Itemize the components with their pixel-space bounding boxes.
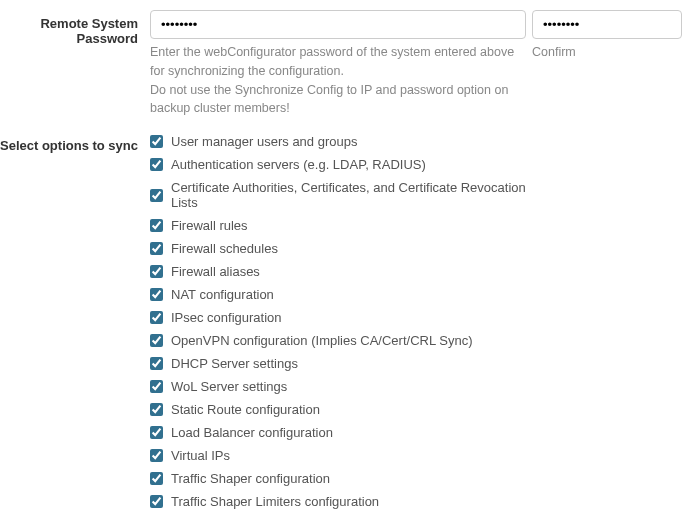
sync-option-row: OpenVPN configuration (Implies CA/Cert/C… — [150, 331, 526, 350]
sync-option-label: User manager users and groups — [171, 134, 357, 149]
sync-option-label: Load Balancer configuration — [171, 425, 333, 440]
sync-option-checkbox[interactable] — [150, 472, 163, 485]
sync-option-checkbox[interactable] — [150, 219, 163, 232]
sync-option-label: Virtual IPs — [171, 448, 230, 463]
sync-option-checkbox[interactable] — [150, 311, 163, 324]
sync-option-row: DHCP Server settings — [150, 354, 526, 373]
sync-option-label: Firewall schedules — [171, 241, 278, 256]
password-help-1: Enter the webConfigurator password of th… — [150, 43, 526, 81]
sync-option-checkbox[interactable] — [150, 135, 163, 148]
sync-option-label: Authentication servers (e.g. LDAP, RADIU… — [171, 157, 426, 172]
sync-option-row: IPsec configuration — [150, 308, 526, 327]
sync-option-row: Firewall schedules — [150, 239, 526, 258]
sync-option-label: Static Route configuration — [171, 402, 320, 417]
sync-option-checkbox[interactable] — [150, 158, 163, 171]
sync-option-checkbox[interactable] — [150, 426, 163, 439]
sync-option-row: Certificate Authorities, Certificates, a… — [150, 178, 526, 212]
password-label: Remote System Password — [0, 10, 150, 46]
sync-option-row: Authentication servers (e.g. LDAP, RADIU… — [150, 155, 526, 174]
sync-option-checkbox[interactable] — [150, 334, 163, 347]
confirm-password-input[interactable] — [532, 10, 682, 39]
sync-option-row: Firewall rules — [150, 216, 526, 235]
confirm-label: Confirm — [532, 43, 682, 62]
sync-option-label: WoL Server settings — [171, 379, 287, 394]
sync-option-checkbox[interactable] — [150, 288, 163, 301]
sync-option-row: Virtual IPs — [150, 446, 526, 465]
sync-option-label: Firewall aliases — [171, 264, 260, 279]
sync-option-row: Traffic Shaper Limiters configuration — [150, 492, 526, 511]
sync-option-row: NAT configuration — [150, 285, 526, 304]
sync-option-row: Static Route configuration — [150, 400, 526, 419]
remote-password-input[interactable] — [150, 10, 526, 39]
sync-option-label: Firewall rules — [171, 218, 248, 233]
sync-option-label: NAT configuration — [171, 287, 274, 302]
sync-option-label: Traffic Shaper Limiters configuration — [171, 494, 379, 509]
sync-option-row: WoL Server settings — [150, 377, 526, 396]
sync-option-checkbox[interactable] — [150, 189, 163, 202]
sync-option-row: User manager users and groups — [150, 132, 526, 151]
sync-option-row: Firewall aliases — [150, 262, 526, 281]
sync-option-checkbox[interactable] — [150, 449, 163, 462]
sync-option-checkbox[interactable] — [150, 357, 163, 370]
sync-option-row: Traffic Shaper configuration — [150, 469, 526, 488]
sync-option-checkbox[interactable] — [150, 242, 163, 255]
sync-option-label: OpenVPN configuration (Implies CA/Cert/C… — [171, 333, 473, 348]
sync-option-label: DHCP Server settings — [171, 356, 298, 371]
sync-option-checkbox[interactable] — [150, 403, 163, 416]
sync-option-label: Certificate Authorities, Certificates, a… — [171, 180, 526, 210]
sync-option-checkbox[interactable] — [150, 495, 163, 508]
sync-options-label: Select options to sync — [0, 132, 150, 153]
sync-option-checkbox[interactable] — [150, 265, 163, 278]
sync-option-checkbox[interactable] — [150, 380, 163, 393]
password-help-2: Do not use the Synchronize Config to IP … — [150, 81, 526, 119]
sync-option-row: Load Balancer configuration — [150, 423, 526, 442]
sync-option-label: IPsec configuration — [171, 310, 282, 325]
sync-option-label: Traffic Shaper configuration — [171, 471, 330, 486]
sync-options-list: User manager users and groupsAuthenticat… — [150, 132, 532, 511]
